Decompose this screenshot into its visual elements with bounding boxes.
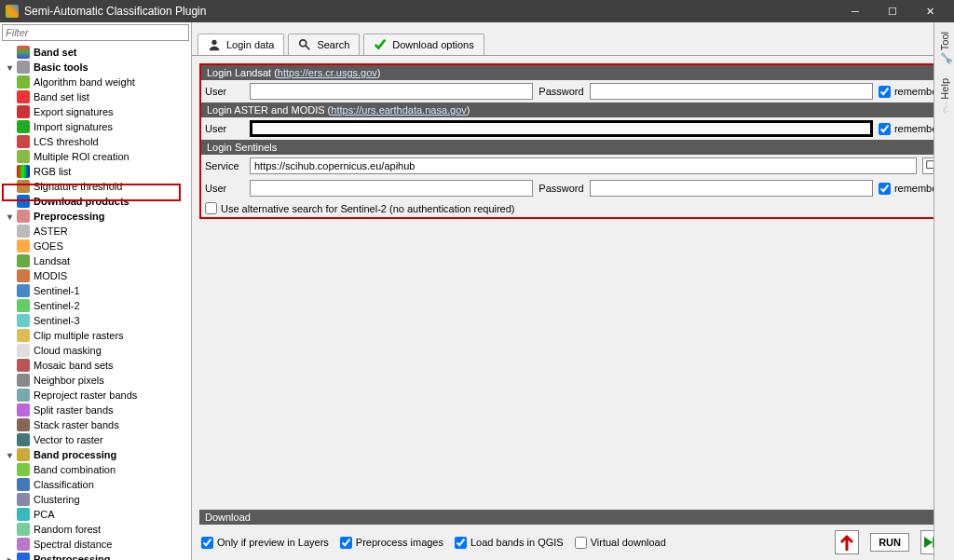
tab-download-options[interactable]: Download options <box>363 34 484 55</box>
landsat-password-input[interactable] <box>590 83 873 100</box>
svg-line-2 <box>306 46 309 49</box>
tabbar: Login data Search Download options <box>192 22 954 56</box>
tree-bsl[interactable]: Band set list <box>0 89 191 104</box>
bc-icon <box>17 463 30 476</box>
tree-rgb[interactable]: RGB list <box>0 164 191 179</box>
rf-icon <box>17 523 30 536</box>
right-tab-strip: 🔧Tool ❔Help <box>934 22 954 560</box>
sentinels-user-input[interactable] <box>250 180 533 197</box>
landsat-remember-checkbox[interactable] <box>879 86 891 98</box>
altsearch-row: Use alternative search for Sentinel-2 (n… <box>201 199 945 217</box>
tab-search[interactable]: Search <box>288 34 360 55</box>
exp-icon <box>17 105 30 118</box>
minimize-button[interactable]: ─ <box>837 0 874 22</box>
tools-icon <box>17 61 30 74</box>
tree-imp[interactable]: Import signatures <box>0 119 191 134</box>
righttab-help[interactable]: ❔Help <box>939 78 950 115</box>
service-input[interactable] <box>250 157 917 174</box>
aster-url[interactable]: https://urs.earthdata.nasa.gov <box>331 104 467 116</box>
cloud-icon <box>17 344 30 357</box>
svg-point-0 <box>211 40 216 45</box>
tree-s1[interactable]: Sentinel-1 <box>0 283 191 298</box>
tree-sig[interactable]: Signature threshold <box>0 179 191 194</box>
tree-bandproc[interactable]: ▾Band processing <box>0 447 191 462</box>
run-button[interactable]: RUN <box>870 533 909 552</box>
tree-mroi[interactable]: Multiple ROI creation <box>0 149 191 164</box>
sentinels-header: Login Sentinels <box>201 140 945 155</box>
tree-mosaic[interactable]: Mosaic band sets <box>0 358 191 373</box>
maximize-button[interactable]: ☐ <box>874 0 911 22</box>
tree-neigh[interactable]: Neighbor pixels <box>0 373 191 388</box>
tree-exp[interactable]: Export signatures <box>0 104 191 119</box>
user-label: User <box>205 86 244 97</box>
prep-icon <box>17 210 30 223</box>
tree-s2[interactable]: Sentinel-2 <box>0 298 191 313</box>
tree-pca[interactable]: PCA <box>0 507 191 522</box>
stack-icon <box>17 418 30 431</box>
lcs-icon <box>17 135 30 148</box>
tree-bc[interactable]: Band combination <box>0 462 191 477</box>
tree-cla[interactable]: Classification <box>0 477 191 492</box>
tree-modis[interactable]: MODIS <box>0 268 191 283</box>
landsat-url[interactable]: https://ers.cr.usgs.gov <box>278 67 377 78</box>
tree-goes[interactable]: GOES <box>0 239 191 253</box>
tree-cloud[interactable]: Cloud masking <box>0 343 191 358</box>
tree-download-products[interactable]: Download products <box>0 194 191 209</box>
aster-user-input[interactable] <box>250 120 873 137</box>
tree-post[interactable]: ▸Postprocessing <box>0 552 191 560</box>
clu-icon <box>17 493 30 506</box>
tree-split[interactable]: Split raster bands <box>0 403 191 417</box>
landsat-header: Login Landsat (https://ers.cr.usgs.gov) <box>201 65 945 80</box>
vtr-icon <box>17 433 30 446</box>
tree-landsat[interactable]: Landsat <box>0 253 191 268</box>
tree-rf[interactable]: Random forest <box>0 522 191 537</box>
help-icon: ❔ <box>939 103 950 115</box>
split-icon <box>17 403 30 417</box>
tree-aster[interactable]: ASTER <box>0 224 191 239</box>
righttab-tool[interactable]: 🔧Tool <box>939 32 950 65</box>
s2-icon <box>17 299 30 312</box>
sentinels-row: User Password remember <box>201 177 945 199</box>
preprocess-checkbox[interactable] <box>340 537 352 549</box>
neigh-icon <box>17 374 30 387</box>
tree-lcs[interactable]: LCS threshold <box>0 134 191 149</box>
main-panel: Login data Search Download options Login… <box>192 22 954 560</box>
svg-point-1 <box>300 40 307 47</box>
aster-remember-checkbox[interactable] <box>879 123 891 135</box>
aster-header: Login ASTER and MODIS (https://urs.earth… <box>201 102 945 117</box>
tree-vtr[interactable]: Vector to raster <box>0 432 191 447</box>
filter-input[interactable] <box>2 24 189 41</box>
password-label: Password <box>538 183 583 194</box>
tree-clip[interactable]: Clip multiple rasters <box>0 328 191 343</box>
tree-reproj[interactable]: Reproject raster bands <box>0 388 191 403</box>
aster-icon <box>17 225 30 238</box>
landsat-user-input[interactable] <box>250 83 533 100</box>
s3-icon <box>17 314 30 327</box>
export-button[interactable] <box>835 530 859 554</box>
sentinels-password-input[interactable] <box>590 180 873 197</box>
tree-abw[interactable]: Algorithm band weight <box>0 75 191 89</box>
tree-bandset[interactable]: Band set <box>0 45 191 60</box>
goes-icon <box>17 239 30 253</box>
altsearch-checkbox[interactable] <box>205 202 217 214</box>
search-icon <box>298 38 311 51</box>
tree-s3[interactable]: Sentinel-3 <box>0 313 191 328</box>
tree-preprocessing[interactable]: ▾Preprocessing <box>0 209 191 224</box>
download-icon <box>17 195 30 208</box>
only-preview-checkbox[interactable] <box>201 537 213 549</box>
virtual-checkbox[interactable] <box>575 537 587 549</box>
tree-stack[interactable]: Stack raster bands <box>0 417 191 432</box>
tree-clu[interactable]: Clustering <box>0 492 191 507</box>
login-content: Login Landsat (https://ers.cr.usgs.gov) … <box>192 56 954 510</box>
bottom-bar: Only if preview in Layers Preprocess ima… <box>192 525 954 560</box>
landsat-row: User Password remember <box>201 80 945 102</box>
close-button[interactable]: ✕ <box>911 0 948 22</box>
imp-icon <box>17 120 30 133</box>
post-icon <box>17 553 30 560</box>
tab-login-data[interactable]: Login data <box>198 34 284 55</box>
download-header: Download <box>199 510 947 525</box>
tree-sd[interactable]: Spectral distance <box>0 537 191 552</box>
tree-basictools[interactable]: ▾Basic tools <box>0 60 191 75</box>
sentinels-remember-checkbox[interactable] <box>879 183 891 195</box>
load-qgis-checkbox[interactable] <box>455 537 467 549</box>
